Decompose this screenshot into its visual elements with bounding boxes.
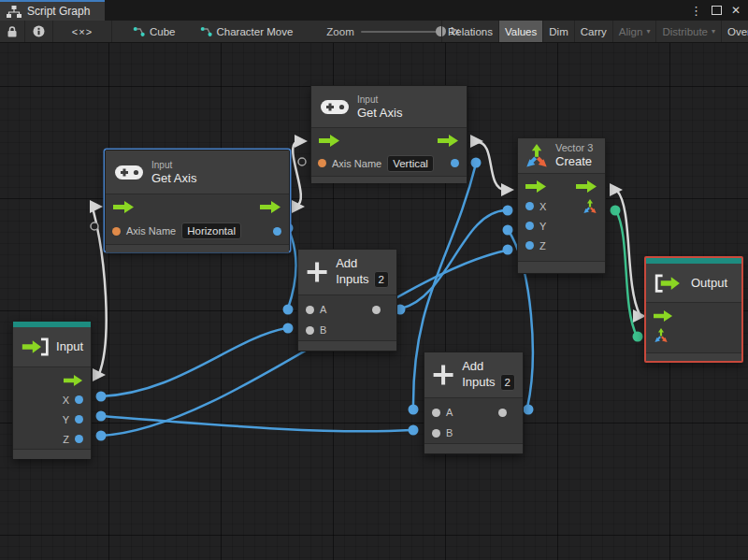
flow-port-out-getaxis-horizontal[interactable] xyxy=(292,200,305,213)
flow-port-in-getaxis-horizontal[interactable] xyxy=(90,200,103,213)
flow-in-arrow-icon[interactable] xyxy=(525,180,547,193)
port-label: Z xyxy=(63,434,69,445)
overview-button[interactable]: Overv xyxy=(721,21,748,42)
info-button[interactable] xyxy=(25,21,53,42)
port-dot-add2-a-in[interactable] xyxy=(409,405,419,415)
carry-button[interactable]: Carry xyxy=(574,21,612,42)
flow-port-out-getaxis-vertical[interactable] xyxy=(470,135,483,148)
input-port-icon[interactable] xyxy=(525,241,534,250)
port-dot-add1-a-in[interactable] xyxy=(283,305,294,315)
relations-button[interactable]: Relations xyxy=(441,21,498,42)
menu-icon[interactable]: ⋮ xyxy=(690,5,702,17)
output-port-icon[interactable] xyxy=(75,415,83,424)
flow-out-arrow-icon[interactable] xyxy=(438,135,459,147)
input-port-icon[interactable] xyxy=(432,409,440,417)
flow-port-out-input-node[interactable] xyxy=(93,368,106,381)
input-port-icon[interactable] xyxy=(306,306,314,314)
breadcrumb: Cube Character Move xyxy=(112,21,324,42)
port-dot-input-z-out[interactable] xyxy=(96,431,107,441)
node-get-axis-vertical[interactable]: Input Get Axis Axis Name Vertical xyxy=(310,85,468,180)
tab-label: Script Graph xyxy=(27,5,90,18)
input-port-icon[interactable] xyxy=(432,429,440,438)
node-header: Add Inputs 2 xyxy=(298,250,396,295)
port-dot-add2-b-in[interactable] xyxy=(409,425,419,436)
axis-name-field[interactable]: Horizontal xyxy=(181,223,241,239)
breadcrumb-character-move[interactable]: Character Move xyxy=(200,26,314,37)
node-add-2[interactable]: Add Inputs 2 A B xyxy=(424,352,524,454)
port-dot-add1-b-in[interactable] xyxy=(283,323,294,334)
inputs-label: Inputs xyxy=(462,375,495,390)
port-dot-vector3-z-in[interactable] xyxy=(503,245,513,255)
value-out-port-icon[interactable] xyxy=(273,227,281,236)
node-graph-output[interactable]: Output xyxy=(644,256,743,363)
close-icon[interactable]: ✕ xyxy=(731,5,741,16)
axis-name-field[interactable]: Vertical xyxy=(387,155,434,172)
port-label: Z xyxy=(539,240,546,251)
node-title-block: Vector 3 Create xyxy=(555,142,593,169)
wire-input-x-to-add1-b xyxy=(101,328,286,396)
port-label: B xyxy=(320,324,326,336)
port-hollow-vertical-axisname[interactable] xyxy=(298,158,306,165)
align-dropdown[interactable]: Align ▾ xyxy=(612,21,656,42)
output-icon xyxy=(654,273,683,294)
output-port-icon[interactable] xyxy=(75,435,83,443)
dim-button[interactable]: Dim xyxy=(542,21,573,42)
vector3-icon xyxy=(525,144,549,168)
port-dot-vector3-y-in[interactable] xyxy=(503,225,513,236)
distribute-dropdown[interactable]: Distribute ▾ xyxy=(655,21,721,42)
output-port-icon[interactable] xyxy=(75,395,83,404)
node-vector3-create[interactable]: Vector 3 Create X xyxy=(517,137,606,274)
vector3-out-port-icon[interactable] xyxy=(583,199,597,214)
vector3-in-port-icon[interactable] xyxy=(654,328,669,343)
output-port-icon[interactable] xyxy=(372,306,381,314)
distribute-label: Distribute xyxy=(662,26,708,37)
input-port-icon[interactable] xyxy=(525,222,534,230)
node-add-1[interactable]: Add Inputs 2 A B xyxy=(297,249,397,352)
port-dot-vertical-value-out[interactable] xyxy=(471,158,482,168)
flow-in-arrow-icon[interactable] xyxy=(113,201,135,213)
port-dot-input-y-out[interactable] xyxy=(96,411,107,422)
code-view-button[interactable]: <×> xyxy=(53,21,112,42)
string-port-icon[interactable] xyxy=(318,159,326,167)
input-port-icon[interactable] xyxy=(525,202,534,210)
inputs-count-field[interactable]: 2 xyxy=(374,271,389,288)
node-header: Input xyxy=(13,327,91,367)
port-label: Y xyxy=(63,414,69,425)
node-title: Output xyxy=(691,276,727,291)
input-icon xyxy=(21,337,50,357)
inputs-count-field[interactable]: 2 xyxy=(500,374,515,391)
flow-port-in-vector3[interactable] xyxy=(501,183,514,196)
flow-out-arrow-icon[interactable] xyxy=(576,180,597,193)
input-port-icon[interactable] xyxy=(306,326,314,335)
tab-script-graph[interactable]: Script Graph xyxy=(0,0,105,21)
lock-button[interactable] xyxy=(0,21,25,42)
port-dot-input-x-out[interactable] xyxy=(96,392,107,402)
node-get-axis-horizontal[interactable]: Input Get Axis Axis Name Horizontal xyxy=(105,150,290,251)
node-category: Input xyxy=(357,93,402,106)
graph-canvas[interactable]: Input Get Axis Axis Name Vertical xyxy=(0,43,748,560)
graph-icon xyxy=(133,26,145,37)
value-out-port-icon[interactable] xyxy=(451,159,459,167)
port-dot-vector3-value-out[interactable] xyxy=(611,206,621,216)
gamepad-icon xyxy=(115,165,143,180)
port-dot-output-value-in[interactable] xyxy=(633,332,643,342)
string-port-icon[interactable] xyxy=(112,227,121,236)
flow-out-arrow-icon[interactable] xyxy=(64,375,83,386)
maximize-icon[interactable] xyxy=(712,6,722,15)
breadcrumb-cube[interactable]: Cube xyxy=(133,26,196,37)
flow-port-in-getaxis-vertical[interactable] xyxy=(295,135,308,148)
node-title: Get Axis xyxy=(357,106,402,121)
flow-in-arrow-icon[interactable] xyxy=(319,135,340,147)
node-header: Output xyxy=(646,264,741,303)
flow-out-arrow-icon[interactable] xyxy=(260,201,281,213)
output-port-icon[interactable] xyxy=(498,409,507,417)
flow-in-arrow-icon[interactable] xyxy=(654,310,673,322)
port-dot-add2-out[interactable] xyxy=(524,405,534,415)
values-button[interactable]: Values xyxy=(498,21,542,42)
node-footer xyxy=(518,261,605,273)
node-graph-input[interactable]: Input X Y Z xyxy=(12,321,92,459)
node-footer xyxy=(424,443,523,453)
port-hollow-horizontal-axisname[interactable] xyxy=(91,223,98,230)
port-dot-vector3-x-in[interactable] xyxy=(503,206,513,216)
zoom-slider[interactable] xyxy=(361,31,443,33)
